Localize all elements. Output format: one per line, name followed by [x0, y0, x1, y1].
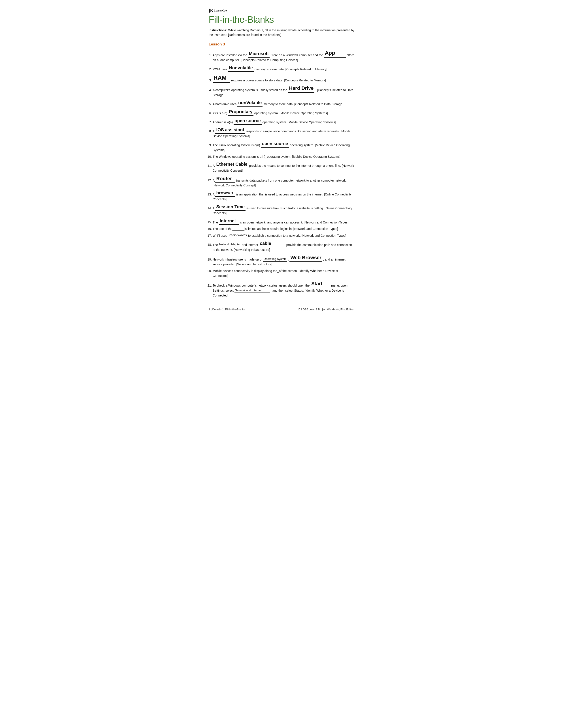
- q18-text1: The: [212, 243, 218, 246]
- lesson-title: Lesson 3: [209, 42, 354, 47]
- questions-list: Apps are installed via the Microsoft Sto…: [212, 49, 354, 298]
- list-item: Android is a(n) open source operating sy…: [212, 117, 354, 125]
- logo-lk-letter: K: [210, 8, 213, 13]
- q4-blank1: Hard Drive: [288, 84, 315, 92]
- list-item: The Internet is an open network, and any…: [212, 217, 354, 225]
- q15-mid1: is an open network, and anyone can acces…: [239, 220, 349, 224]
- q7-mid1: operating system. [Mobile Device Operati…: [262, 120, 336, 124]
- list-item: The Windows operating system is a(n)_ope…: [212, 154, 354, 159]
- list-item: A Session Time is used to measure how mu…: [212, 203, 354, 216]
- q15-text1: The: [212, 220, 218, 224]
- q13-blank1: browser: [215, 189, 235, 197]
- q1-text1: Apps are installed via the: [212, 53, 247, 57]
- q11-blank1: Ethernet Cable: [215, 161, 248, 168]
- q19-blank2: Web Browser: [290, 254, 322, 262]
- q16-text1: The use of the_______is limited as these…: [212, 227, 338, 231]
- q11-text1: A: [212, 164, 214, 167]
- q9-blank1: open source: [261, 140, 289, 148]
- q5-text1: A hard drive uses: [212, 102, 236, 106]
- q12-blank1: Router: [215, 175, 235, 183]
- instructions-bold: Instructions:: [209, 28, 227, 32]
- footer-right: IC3 GS6 Level 1 Project Workbook, First …: [298, 308, 354, 311]
- q19-text1: Network infrastructure is made up of: [212, 258, 262, 261]
- list-item: A browser is an application that is used…: [212, 189, 354, 202]
- q19-blank1: Operating System: [263, 257, 287, 262]
- q1-blank1: Microsoft: [248, 50, 269, 58]
- q2-blank1: Nonvolatile: [228, 64, 254, 72]
- q6-blank1: Proprietary: [228, 108, 253, 116]
- q21-text1: To check a Windows computer's network st…: [212, 284, 310, 287]
- list-item: Network infrastructure is made up of Ope…: [212, 254, 354, 267]
- q9-text1: The Linux operating system is a(n): [212, 143, 260, 147]
- list-item: Wi-Fi uses Radio Waves to establish a co…: [212, 233, 354, 238]
- q3-blank1: RAM: [212, 73, 230, 83]
- q15-blank1: Internet: [219, 217, 239, 225]
- q18-blank2: cable: [259, 240, 286, 247]
- list-item: The Linux operating system is a(n) open …: [212, 140, 354, 152]
- q5-mid1: memory to store data. [Concepts Related …: [263, 102, 343, 106]
- list-item: A IOS assistant responds to simple voice…: [212, 126, 354, 139]
- q1-mid1: Store on a Windows computer and the: [270, 53, 323, 57]
- q20-text1: Mobile devices connectivity is display a…: [212, 269, 338, 278]
- list-item: A hard drive uses nonVolatile memory to …: [212, 99, 354, 107]
- list-item: The Network Adapter and internet cable p…: [212, 240, 354, 252]
- page-title: Fill-in-the-Blanks: [209, 14, 354, 25]
- q18-blank1: Network Adapter: [219, 242, 241, 247]
- q6-text1: iOS is a(n): [212, 111, 227, 115]
- q4-text1: A computer's operating system is usually…: [212, 88, 287, 92]
- logo-area: K LearnKey: [209, 8, 354, 13]
- list-item: RAM requires a power source to store dat…: [212, 73, 354, 83]
- q17-mid1: to establish a connection to a network. …: [248, 234, 346, 237]
- q17-text1: Wi-Fi uses: [212, 234, 227, 237]
- list-item: ROM uses Nonvolatile memory to store dat…: [212, 64, 354, 72]
- list-item: iOS is a(n) Proprietary operating system…: [212, 108, 354, 116]
- list-item: A Router transmits data packets from one…: [212, 175, 354, 188]
- list-item: The use of the_______is limited as these…: [212, 226, 354, 231]
- q5-blank1: nonVolatile: [237, 99, 262, 107]
- q2-text1: ROM uses: [212, 67, 227, 71]
- q17-blank1: Radio Waves: [228, 233, 247, 238]
- q8-blank1: IOS assistant: [215, 126, 245, 134]
- q12-text1: A: [212, 178, 214, 182]
- q3-mid1: requires a power source to store data. […: [231, 79, 326, 82]
- q10-text1: The Windows operating system is a(n)_ope…: [212, 155, 341, 158]
- q13-text1: A: [212, 193, 214, 196]
- q21-blank2: Network and Internet: [234, 288, 270, 293]
- list-item: A Ethernet Cable provides the means to c…: [212, 161, 354, 173]
- q8-text1: A: [212, 129, 215, 133]
- q21-blank1: Start: [311, 280, 330, 288]
- list-item: A computer's operating system is usually…: [212, 84, 354, 98]
- logo-learnkey-text: LearnKey: [214, 9, 227, 12]
- q14-text1: A: [212, 206, 214, 210]
- q1-blank2: App: [324, 49, 346, 58]
- logo-bar-left: [209, 9, 210, 13]
- footer-left: 1 | Domain 1: Fill-in-the-Blanks: [209, 308, 245, 311]
- q7-blank1: open source: [233, 117, 261, 125]
- page-footer: 1 | Domain 1: Fill-in-the-Blanks IC3 GS6…: [209, 306, 354, 311]
- q6-mid1: operating system. [Mobile Device Operati…: [254, 111, 328, 115]
- list-item: To check a Windows computer's network st…: [212, 280, 354, 298]
- q19-mid1: ,: [288, 258, 290, 261]
- q7-text1: Android is a(n): [212, 120, 233, 124]
- instructions-text: Instructions: While watching Domain 1, f…: [209, 28, 354, 37]
- q14-blank1: Session Time: [215, 203, 245, 211]
- q18-mid1: and internet: [242, 243, 259, 246]
- list-item: Apps are installed via the Microsoft Sto…: [212, 49, 354, 63]
- q2-mid1: memory to store data. [Concepts Related …: [254, 67, 327, 71]
- list-item: Mobile devices connectivity is display a…: [212, 268, 354, 278]
